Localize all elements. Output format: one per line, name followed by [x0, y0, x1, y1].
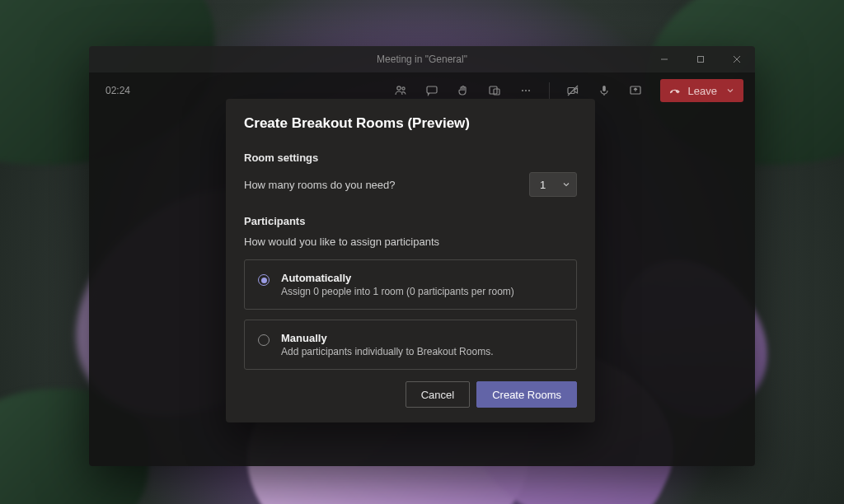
meeting-timer: 02:24	[106, 85, 130, 96]
svg-rect-6	[427, 86, 437, 93]
leave-label: Leave	[688, 85, 717, 97]
option-manual-desc: Add participants individually to Breakou…	[281, 346, 493, 357]
svg-point-4	[396, 86, 400, 90]
svg-point-9	[521, 90, 523, 91]
option-auto-desc: Assign 0 people into 1 room (0 participa…	[281, 286, 514, 297]
assign-question: How would you like to assign participant…	[244, 236, 577, 248]
create-rooms-button[interactable]: Create Rooms	[476, 381, 577, 408]
hangup-icon	[668, 84, 682, 97]
cancel-button[interactable]: Cancel	[406, 381, 470, 408]
svg-point-10	[524, 90, 526, 91]
window-maximize-button[interactable]	[682, 46, 719, 72]
svg-rect-1	[698, 57, 704, 63]
radio-manually[interactable]	[258, 334, 270, 346]
svg-point-11	[528, 90, 529, 91]
option-automatically[interactable]: Automatically Assign 0 people into 1 roo…	[244, 259, 577, 310]
chevron-down-icon	[563, 181, 570, 188]
chevron-down-icon	[727, 87, 734, 94]
leave-button[interactable]: Leave	[660, 79, 743, 102]
create-breakout-rooms-dialog: Create Breakout Rooms (Preview) Room set…	[226, 99, 595, 422]
window-controls	[646, 46, 755, 72]
room-settings-heading: Room settings	[244, 152, 577, 164]
window-close-button[interactable]	[719, 46, 755, 72]
microphone-icon[interactable]	[593, 79, 616, 102]
cancel-label: Cancel	[421, 389, 454, 401]
window-minimize-button[interactable]	[646, 46, 682, 72]
option-auto-title: Automatically	[281, 272, 514, 284]
dialog-title: Create Breakout Rooms (Preview)	[244, 115, 577, 132]
option-manual-title: Manually	[281, 332, 493, 344]
radio-automatically[interactable]	[258, 274, 270, 286]
meeting-window: Meeting in "General" 02:24	[89, 46, 755, 466]
option-manually[interactable]: Manually Add participants individually t…	[244, 320, 577, 370]
svg-point-5	[401, 87, 404, 90]
svg-rect-14	[603, 86, 606, 91]
participants-heading: Participants	[244, 215, 577, 227]
room-count-select[interactable]: 1	[529, 172, 577, 197]
window-titlebar: Meeting in "General"	[89, 46, 755, 72]
create-rooms-label: Create Rooms	[492, 389, 561, 401]
toolbar-separator	[549, 82, 550, 99]
window-title: Meeting in "General"	[377, 54, 467, 65]
room-count-question: How many rooms do you need?	[244, 179, 396, 191]
room-count-value: 1	[540, 179, 546, 191]
share-screen-icon[interactable]	[624, 79, 647, 102]
svg-line-13	[568, 86, 578, 96]
